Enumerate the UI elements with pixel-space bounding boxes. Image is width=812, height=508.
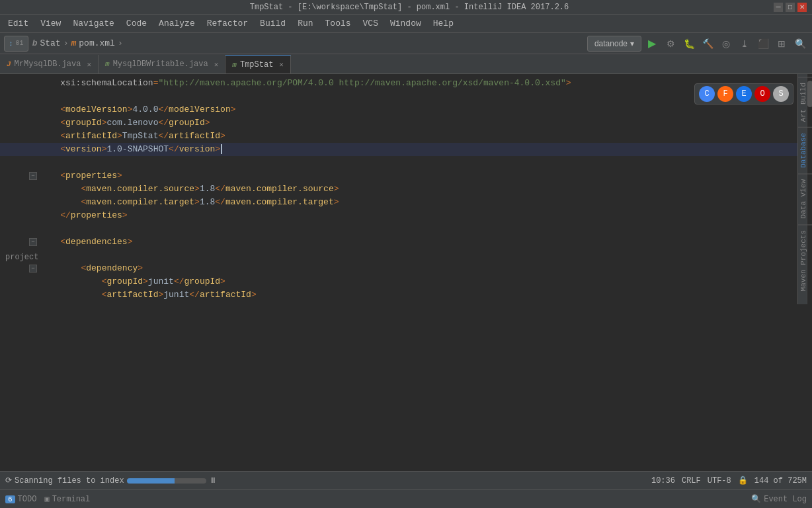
status-charset[interactable]: UTF-8 [708, 476, 731, 486]
title-bar: TmpStat - [E:\workspace\TmpStat] - pom.x… [0, 0, 812, 15]
edge-icon[interactable]: E [736, 86, 752, 102]
progress-fill [127, 478, 175, 484]
tab-tmpstat[interactable]: m TmpStat ✕ [225, 55, 291, 73]
scanning-icon: ⟳ [5, 476, 12, 486]
utf8-icon: 🔒 [738, 476, 748, 486]
event-log-label: Event Log [764, 495, 807, 504]
status-scanning: ⟳ Scanning files to index ⏸ [5, 476, 217, 486]
nav-bar: ↕ 01 b Stat › m pom.xml › datanode ▾ ▶ ⚙… [0, 33, 812, 54]
menu-edit[interactable]: Edit [3, 16, 34, 31]
sort-icon-btn[interactable]: ↕ 01 [4, 36, 28, 52]
code-line-compiler-source: <maven.compiler.source>1.8</maven.compil… [0, 183, 797, 196]
todo-item[interactable]: 6 TODO [5, 495, 36, 504]
code-line-artifactid-junit: <artifactId>junit</artifactId> [0, 288, 797, 302]
menu-view[interactable]: View [35, 16, 66, 31]
fold-dependencies[interactable]: − [29, 238, 37, 246]
chrome-icon[interactable]: C [699, 86, 715, 102]
code-line-groupid-junit: <groupId>junit</groupId> [0, 275, 797, 288]
bottom-bar: 6 TODO ▣ Terminal 🔍 Event Log [0, 489, 812, 508]
breadcrumb-project-name[interactable]: Stat [40, 38, 60, 48]
tab-close-mrmysqldb[interactable]: ✕ [87, 60, 91, 69]
menu-code[interactable]: Code [121, 16, 152, 31]
status-bar: ⟳ Scanning files to index ⏸ 10:36 CRLF U… [0, 471, 812, 489]
minimize-button[interactable]: ─ [774, 3, 783, 12]
code-line-empty4 [0, 249, 797, 262]
menu-tools[interactable]: Tools [320, 16, 356, 31]
browser-toolbar: C F E O S [694, 83, 793, 105]
status-time: 10:36 [651, 476, 675, 486]
profile-icon-btn[interactable]: ⤓ [737, 36, 752, 52]
breadcrumb-sep1: › [63, 38, 69, 48]
breadcrumb-project: b [32, 38, 38, 48]
tab-close-tmpstat[interactable]: ✕ [279, 60, 284, 69]
code-line-dependencies: − <dependencies> [0, 235, 797, 249]
scanning-text: Scanning files to index [15, 476, 124, 486]
code-line-empty1 [0, 90, 797, 103]
opera-icon[interactable]: O [754, 86, 770, 102]
sidebar-data-view[interactable]: Data View [798, 173, 813, 224]
menu-help[interactable]: Help [428, 16, 459, 31]
sidebar-maven-projects[interactable]: Maven Projects [798, 224, 813, 296]
tab-icon-mrmysqldb: J [7, 60, 11, 68]
menu-bar: Edit View Navigate Code Analyze Refactor… [0, 15, 812, 33]
title-text: TmpStat - [E:\workspace\TmpStat] - pom.x… [250, 0, 569, 15]
datanode-arrow: ▾ [630, 39, 634, 48]
tab-mrmysqldb[interactable]: J MrMysqlDB.java ✕ [0, 55, 99, 73]
tab-close-mysqldbwritable[interactable]: ✕ [214, 60, 219, 69]
coverage-icon-btn[interactable]: ◎ [718, 36, 734, 52]
sidebar-database[interactable]: Database [798, 127, 813, 173]
settings-icon-btn[interactable]: ⚙ [663, 36, 678, 52]
close-button[interactable]: ✕ [797, 3, 807, 12]
debug-icon-btn[interactable]: 🐛 [681, 36, 697, 52]
code-line-properties: − <properties> [0, 169, 797, 183]
code-line-compiler-target: <maven.compiler.target>1.8</maven.compil… [0, 196, 797, 209]
breadcrumb-icon-m: m [71, 38, 76, 48]
fold-dependency[interactable]: − [29, 265, 37, 273]
restore-button[interactable]: □ [786, 3, 795, 12]
sidebar-art-build[interactable]: Art Build [798, 77, 813, 127]
right-sidebar: Art Build Database Data View Maven Proje… [797, 74, 812, 304]
menu-vcs[interactable]: VCS [358, 16, 384, 31]
breadcrumb: b Stat › m pom.xml › [32, 38, 123, 48]
terminal-label: Terminal [52, 495, 91, 504]
progress-bar [127, 478, 206, 484]
layout-icon-btn[interactable]: ⊞ [774, 36, 790, 52]
tab-icon-tmpstat: m [232, 61, 237, 69]
todo-number: 6 [5, 495, 15, 503]
menu-analyze[interactable]: Analyze [153, 16, 200, 31]
breadcrumb-sep2: › [118, 38, 123, 48]
menu-build[interactable]: Build [255, 16, 291, 31]
terminal-item[interactable]: ▣ Terminal [44, 494, 90, 504]
code-line-groupid: <groupId>com.lenovo</groupId> [0, 116, 797, 130]
menu-navigate[interactable]: Navigate [67, 16, 119, 31]
search-icon-btn[interactable]: 🔍 [792, 36, 808, 52]
pause-icon[interactable]: ⏸ [209, 476, 217, 486]
firefox-icon[interactable]: F [717, 86, 733, 102]
code-content: xsi:schemaLocation="http://maven.apache.… [0, 74, 797, 304]
code-line-schema: xsi:schemaLocation="http://maven.apache.… [0, 77, 797, 90]
run-button[interactable]: ▶ [644, 36, 660, 52]
tab-label-mysqldbwritable: MysqlDBWritable.java [113, 60, 208, 69]
datanode-button[interactable]: datanode ▾ [587, 36, 641, 52]
code-line-dependency: − <dependency> [0, 262, 797, 275]
fold-properties[interactable]: − [29, 172, 37, 180]
code-line-properties-close: </properties> [0, 209, 797, 222]
breadcrumb-file[interactable]: pom.xml [79, 38, 115, 48]
status-encoding[interactable]: CRLF [682, 476, 701, 486]
build-icon-btn[interactable]: 🔨 [700, 36, 715, 52]
code-editor[interactable]: xsi:schemaLocation="http://maven.apache.… [0, 74, 797, 304]
safari-icon[interactable]: S [773, 86, 789, 102]
stop-icon-btn[interactable]: ⬛ [755, 36, 771, 52]
menu-refactor[interactable]: Refactor [202, 16, 253, 31]
code-line-empty2 [0, 156, 797, 169]
code-line-version: <version>1.0-SNAPSHOT</version> [0, 143, 797, 156]
folder-name: project [5, 253, 38, 262]
menu-window[interactable]: Window [385, 16, 426, 31]
window-controls[interactable]: ─ □ ✕ [774, 3, 807, 12]
status-position: 144 of 725M [754, 476, 807, 486]
tab-mysqldbwritable[interactable]: m MysqlDBWritable.java ✕ [99, 55, 225, 73]
datanode-label: datanode [594, 39, 628, 48]
event-log-item[interactable]: 🔍 Event Log [751, 494, 807, 504]
event-log-icon: 🔍 [751, 494, 761, 504]
menu-run[interactable]: Run [292, 16, 318, 31]
